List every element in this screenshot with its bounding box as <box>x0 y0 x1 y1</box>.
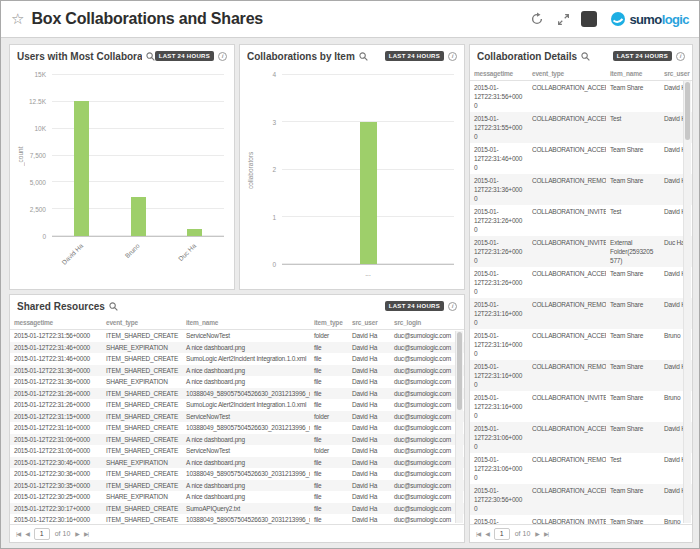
table-row: 2015-01-12T22:31:46+0000ITEM_SHARED_CREA… <box>10 353 464 365</box>
bar-item[interactable] <box>360 122 377 264</box>
first-page-button[interactable]: |◀ <box>16 530 20 537</box>
table-cell: ITEM_SHARED_CREATE <box>102 399 182 410</box>
sumologic-logo-icon <box>611 12 625 26</box>
last-page-button[interactable]: ▶| <box>84 530 88 537</box>
table-row: 2015-01-12T22:31:06+0000COLLABORATION_RE… <box>470 453 692 484</box>
table-cell: duc@sumologic.com <box>390 330 464 341</box>
table-cell: 10388049_589057504526630_2031213996_n.jp… <box>182 514 310 524</box>
table-cell: SHARE_EXPIRATION <box>102 457 182 468</box>
table-cell: 2015-01-12T22:31:46+0000 <box>10 353 102 364</box>
table-cell: 2015-01-12T22:30:17+0000 <box>10 503 102 514</box>
table-cell: duc@sumologic.com <box>390 457 464 468</box>
table-cell: duc@sumologic.com <box>390 399 464 410</box>
column-header[interactable]: item_name <box>182 317 310 328</box>
table-cell: Team Share <box>606 298 660 311</box>
table-cell: David Ha <box>348 491 390 502</box>
table-cell: ITEM_SHARED_CREATE <box>102 468 182 479</box>
table-row: 2015-01-12T22:31:06+0000COLLABORATION_AC… <box>470 422 692 453</box>
column-header[interactable]: item_name <box>606 67 660 80</box>
y-tick-label: 10K <box>34 125 46 132</box>
current-page-indicator[interactable]: 1 <box>34 528 50 540</box>
table-cell: COLLABORATION_INVITE <box>528 205 606 218</box>
panel-title: Collaboration Details <box>477 51 577 62</box>
search-icon[interactable] <box>359 52 368 61</box>
collaboration-details-table: messagetimeevent_typeitem_namesrc_user20… <box>470 67 692 524</box>
bar-duc-ha[interactable] <box>187 229 202 237</box>
table-cell: Team Share <box>606 143 660 156</box>
table-row: 2015-01-12T22:30:46+0000SHARE_EXPIRATION… <box>10 457 464 469</box>
table-row: 2015-01-12T22:31:16+0000COLLABORATION_RE… <box>470 298 692 329</box>
prev-page-button[interactable]: ◀ <box>485 530 489 537</box>
header-actions: sumologic <box>529 11 689 27</box>
table-cell: file <box>310 422 348 433</box>
table-cell: duc@sumologic.com <box>390 388 464 399</box>
column-header[interactable]: src_login <box>390 317 464 328</box>
next-page-button[interactable]: ▶ <box>535 530 539 537</box>
table-cell: SHARE_EXPIRATION <box>102 342 182 353</box>
panel-header-right: LAST 24 HOURS i <box>155 51 227 61</box>
shared-resources-table: messagetimeevent_typeitem_nameitem_types… <box>10 317 464 524</box>
next-page-button[interactable]: ▶ <box>75 530 79 537</box>
table-row: 2015-01-12T22:31:46+0000SHARE_EXPIRATION… <box>10 342 464 354</box>
refresh-icon[interactable] <box>529 11 545 27</box>
panel-header-right: LAST 24 HOURS i <box>385 51 457 61</box>
table-cell: 2015-01-12T22:31:36+0000 <box>470 174 528 205</box>
table-cell: David Ha <box>348 365 390 376</box>
plot-area <box>282 75 454 265</box>
current-page-indicator[interactable]: 1 <box>494 528 510 540</box>
table-cell: Test <box>606 112 660 125</box>
dashboard-page: ☆ Box Collaborations and Shares sumologi… <box>0 0 700 549</box>
favorite-star-icon[interactable]: ☆ <box>11 10 24 28</box>
info-icon[interactable]: i <box>676 52 685 61</box>
vertical-scrollbar[interactable] <box>683 81 691 523</box>
y-tick-label: 2 <box>272 166 276 173</box>
table-cell: A nice dashboard.png <box>182 457 310 468</box>
table-cell: David Ha <box>348 411 390 422</box>
table-cell: 2015-01-12T22:31:55+0000 <box>470 112 528 143</box>
table-cell: 2015-01-12T22:31:26+0000 <box>470 236 528 267</box>
search-icon[interactable] <box>146 52 155 61</box>
table-cell: 2015-01-12T22:31:16+0000 <box>470 329 528 360</box>
table-cell: 2015-01-12T22:31:06+0000 <box>10 445 102 456</box>
panel-title: Shared Resources <box>17 301 105 312</box>
table-cell: SHARE_EXPIRATION <box>102 491 182 502</box>
info-icon[interactable]: i <box>218 52 227 61</box>
table-cell: duc@sumologic.com <box>390 491 464 502</box>
search-icon[interactable] <box>109 302 118 311</box>
bar-bruno[interactable] <box>131 197 146 236</box>
scrollbar-thumb[interactable] <box>685 82 690 140</box>
bar-david-ha[interactable] <box>74 101 89 236</box>
vertical-scrollbar[interactable] <box>455 331 463 523</box>
users-bar-chart: _count 02,5005,0007,50010K12.5K15K David… <box>16 67 226 283</box>
last-page-button[interactable]: ▶| <box>544 530 548 537</box>
table-cell: 10388049_589057504526630_2031213996_n.jp… <box>182 468 310 479</box>
first-page-button[interactable]: |◀ <box>476 530 480 537</box>
table-cell: 10388049_589057504526630_2031213996_n.jp… <box>182 422 310 433</box>
x-tick-label: Duc Ha <box>177 242 197 262</box>
info-icon[interactable]: i <box>448 302 457 311</box>
table-cell: file <box>310 388 348 399</box>
table-cell: COLLABORATION_ACCEPT <box>528 143 606 156</box>
table-cell: SumoLogic Alert2Incident Integration.1.0… <box>182 399 310 410</box>
info-icon[interactable]: i <box>448 52 457 61</box>
table-cell: David Ha <box>348 330 390 341</box>
y-axis-ticks: 02,5005,0007,50010K12.5K15K <box>24 75 50 237</box>
column-header[interactable]: src_user <box>660 67 692 80</box>
panel-header: Collaboration Details LAST 24 HOURS i <box>470 45 692 67</box>
column-header[interactable]: src_user <box>348 317 390 328</box>
search-icon[interactable] <box>581 52 590 61</box>
table-cell: ITEM_SHARED_CREATE <box>102 353 182 364</box>
kiosk-mode-icon[interactable] <box>581 11 597 27</box>
table-cell: 2015-01-12T22:30:25+0000 <box>10 491 102 502</box>
column-header[interactable]: event_type <box>528 67 606 80</box>
column-header[interactable]: item_type <box>310 317 348 328</box>
column-header[interactable]: messagetime <box>10 317 102 328</box>
table-cell: ITEM_SHARED_CREATE <box>102 445 182 456</box>
fullscreen-icon[interactable] <box>555 11 571 27</box>
prev-page-button[interactable]: ◀ <box>25 530 29 537</box>
column-header[interactable]: messagetime <box>470 67 528 80</box>
scrollbar-thumb[interactable] <box>457 332 462 410</box>
table-cell: duc@sumologic.com <box>390 503 464 514</box>
column-header[interactable]: event_type <box>102 317 182 328</box>
table-cell: 2015-01-12T22:30:35+0000 <box>10 480 102 491</box>
